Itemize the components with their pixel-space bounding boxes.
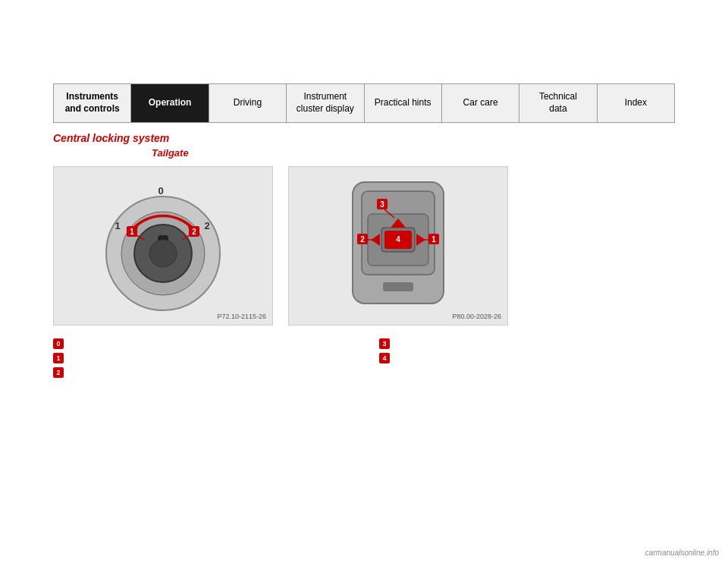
desc-num-1: 1 bbox=[53, 353, 64, 363]
diagram-ignition-switch: 0 1 2 1 2 P72.10-2115-26 bbox=[53, 166, 273, 326]
remote-svg: 3 1 2 4 bbox=[337, 176, 459, 316]
svg-text:0: 0 bbox=[158, 185, 163, 197]
nav-item-practical-hints[interactable]: Practical hints bbox=[365, 84, 442, 122]
desc-num-2: 2 bbox=[53, 367, 64, 378]
ignition-switch-svg: 0 1 2 1 2 bbox=[95, 178, 231, 314]
nav-item-car-care[interactable]: Car care bbox=[442, 84, 519, 122]
svg-text:3: 3 bbox=[380, 200, 384, 209]
svg-rect-20 bbox=[383, 282, 413, 291]
nav-item-driving[interactable]: Driving bbox=[209, 84, 287, 122]
desc-item-3: 3 bbox=[379, 338, 675, 349]
watermark: carmanualsonline.info bbox=[645, 549, 719, 557]
desc-item-1: 1 bbox=[53, 352, 349, 363]
section-title: Central locking system bbox=[53, 132, 675, 144]
svg-text:1: 1 bbox=[431, 235, 436, 244]
svg-text:1: 1 bbox=[130, 228, 134, 236]
svg-text:2: 2 bbox=[204, 220, 209, 231]
desc-col-right: 3 4 bbox=[379, 338, 675, 381]
desc-col-left: 0 1 2 bbox=[53, 338, 349, 381]
diagrams-row: 0 1 2 1 2 P72.10-2115-26 bbox=[53, 166, 675, 326]
desc-num-3: 3 bbox=[379, 338, 390, 349]
svg-text:4: 4 bbox=[396, 235, 400, 244]
svg-text:2: 2 bbox=[360, 235, 365, 244]
descriptions-row: 0 1 2 3 4 bbox=[53, 338, 675, 381]
diagram-remote: 3 1 2 4 P80.00-2028-26 bbox=[288, 166, 508, 326]
nav-item-operation[interactable]: Operation bbox=[131, 84, 209, 122]
svg-point-4 bbox=[149, 240, 177, 267]
desc-item-4: 4 bbox=[379, 352, 675, 363]
desc-item-0: 0 bbox=[53, 338, 349, 349]
navigation-bar: Instruments and controls Operation Drivi… bbox=[53, 83, 675, 123]
diagram1-code: P72.10-2115-26 bbox=[217, 313, 266, 320]
nav-item-instruments[interactable]: Instruments and controls bbox=[54, 84, 131, 122]
desc-num-4: 4 bbox=[379, 353, 390, 363]
svg-text:2: 2 bbox=[192, 228, 196, 236]
nav-item-index[interactable]: Index bbox=[598, 84, 674, 122]
desc-num-0: 0 bbox=[53, 338, 64, 349]
page-content: Central locking system Tailgate bbox=[0, 123, 728, 381]
svg-text:1: 1 bbox=[115, 220, 120, 231]
desc-item-2: 2 bbox=[53, 366, 349, 378]
nav-item-technical-data[interactable]: Technical data bbox=[519, 84, 597, 122]
subsection-title: Tailgate bbox=[152, 147, 675, 159]
diagram2-code: P80.00-2028-26 bbox=[452, 313, 501, 320]
nav-item-instrument-cluster[interactable]: Instrument cluster display bbox=[287, 84, 364, 122]
